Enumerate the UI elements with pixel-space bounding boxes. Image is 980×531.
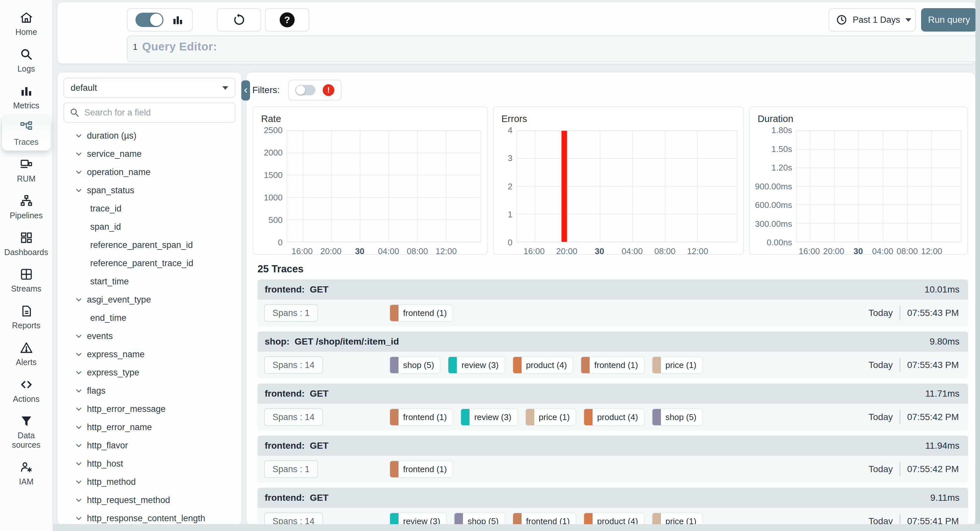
collapse-fields-button[interactable] <box>241 80 250 101</box>
trace-card[interactable]: frontend: GET 9.11ms Spans : 14 review (… <box>258 488 968 525</box>
service-chip[interactable]: product (4) <box>584 512 645 525</box>
chevron-down-icon[interactable] <box>75 150 83 158</box>
chevron-down-icon[interactable] <box>75 441 83 450</box>
service-chip[interactable]: frontend (1) <box>390 460 453 478</box>
horizontal-scrollbar-track[interactable] <box>53 524 980 531</box>
trace-card[interactable]: frontend: GET 10.01ms Spans : 1 frontend… <box>258 279 968 327</box>
service-color-swatch <box>390 408 399 426</box>
service-chip[interactable]: shop (5) <box>652 408 703 426</box>
field-row[interactable]: trace_id <box>64 200 235 218</box>
chevron-down-icon[interactable] <box>75 460 83 468</box>
chevron-down-icon[interactable] <box>75 186 83 195</box>
chevron-down-icon[interactable] <box>75 405 83 413</box>
histogram-toggle[interactable] <box>135 13 164 27</box>
service-color-swatch <box>455 512 463 525</box>
trace-card[interactable]: frontend: GET 11.71ms Spans : 14 fronten… <box>258 384 968 430</box>
chevron-down-icon[interactable] <box>75 132 83 140</box>
chevron-down-icon[interactable] <box>75 295 83 304</box>
sidebar-item-rum[interactable]: RUM <box>2 152 51 187</box>
service-chip[interactable]: shop (5) <box>454 512 505 525</box>
fields-panel: default duration (µs) service_name <box>57 72 242 525</box>
sidebar-item-streams[interactable]: Streams <box>2 263 51 297</box>
chevron-down-icon[interactable] <box>75 514 83 523</box>
service-chip[interactable]: review (3) <box>390 512 447 525</box>
sidebar-item-dashboards[interactable]: Dashboards <box>2 226 51 261</box>
filters-toggle[interactable] <box>295 85 315 95</box>
field-row[interactable]: http_error_name <box>64 418 235 436</box>
x-tick-label: 08:00 <box>407 246 428 257</box>
y-axis: 25002000150010005000 <box>258 130 286 243</box>
field-row[interactable]: span_status <box>64 181 235 200</box>
sidebar-item-alerts[interactable]: Alerts <box>2 336 51 371</box>
field-row[interactable]: flags <box>64 382 235 400</box>
chevron-down-icon[interactable] <box>75 168 83 176</box>
chevron-down-icon[interactable] <box>75 387 83 395</box>
field-search-input[interactable] <box>84 108 229 118</box>
sidebar-item-home[interactable]: Home <box>2 6 51 41</box>
run-query-button[interactable]: Run query <box>921 8 977 32</box>
chevron-down-icon[interactable] <box>75 368 83 377</box>
service-chip[interactable]: product (4) <box>584 408 645 426</box>
chevron-down-icon[interactable] <box>75 332 83 340</box>
stream-select[interactable]: default <box>64 78 235 98</box>
grid-line <box>287 152 480 153</box>
sidebar-item-iam[interactable]: IAM <box>2 455 51 490</box>
service-chip[interactable]: product (4) <box>512 356 574 374</box>
field-row[interactable]: express_type <box>64 363 235 382</box>
field-row[interactable]: asgi_event_type <box>64 290 235 309</box>
trace-duration: 11.94ms <box>925 441 959 451</box>
field-row[interactable]: operation_name <box>64 163 235 181</box>
field-row[interactable]: http_method <box>64 473 235 491</box>
service-chip[interactable]: frontend (1) <box>390 304 453 322</box>
service-chip[interactable]: review (3) <box>460 408 518 426</box>
chevron-down-icon[interactable] <box>75 478 83 486</box>
field-row[interactable]: reference_parent_span_id <box>64 236 235 254</box>
field-row[interactable]: http_request_method <box>64 491 235 509</box>
field-row[interactable]: end_time <box>64 309 235 327</box>
trace-card[interactable]: shop: GET /shop/item/:item_id 9.80ms Spa… <box>258 331 968 379</box>
query-editor[interactable]: 1 Query Editor: <box>127 35 980 62</box>
trace-card[interactable]: frontend: GET 11.94ms Spans : 1 frontend… <box>258 436 968 482</box>
service-chip[interactable]: shop (5) <box>390 356 441 374</box>
service-chip[interactable]: frontend (1) <box>512 512 576 525</box>
query-editor-line-number: 1 <box>133 42 137 52</box>
chevron-down-icon[interactable] <box>75 496 83 504</box>
field-row[interactable]: http_host <box>64 455 235 473</box>
field-row[interactable]: duration (µs) <box>64 127 235 145</box>
error-icon[interactable]: ! <box>323 84 334 96</box>
field-row[interactable]: http_error_message <box>64 400 235 418</box>
chevron-down-icon[interactable] <box>75 350 83 358</box>
service-chip[interactable]: review (3) <box>448 356 505 374</box>
field-row[interactable]: reference_parent_trace_id <box>64 254 235 272</box>
page-scrollbar[interactable] <box>975 0 980 531</box>
chevron-down-icon[interactable] <box>75 423 83 431</box>
field-label: http_flavor <box>87 441 128 451</box>
field-row[interactable]: service_name <box>64 145 235 163</box>
timestamp-divider <box>899 462 900 476</box>
service-chip[interactable]: frontend (1) <box>390 408 453 426</box>
service-chip[interactable]: price (1) <box>652 356 703 374</box>
field-row[interactable]: start_time <box>64 272 235 290</box>
refresh-button[interactable] <box>217 8 261 32</box>
service-chip[interactable]: frontend (1) <box>581 356 644 374</box>
traces-list: frontend: GET 10.01ms Spans : 1 frontend… <box>247 279 975 525</box>
field-row[interactable]: events <box>64 327 235 345</box>
field-row[interactable]: span_id <box>64 218 235 236</box>
grid-line <box>303 131 304 242</box>
field-row[interactable]: http_flavor <box>64 436 235 455</box>
sidebar-item-logs[interactable]: Logs <box>2 43 51 78</box>
sidebar-item-data-sources[interactable]: Data sources <box>2 409 51 453</box>
service-chip[interactable]: price (1) <box>525 408 576 426</box>
service-chip[interactable]: price (1) <box>652 512 703 525</box>
sidebar-item-reports[interactable]: Reports <box>2 300 51 334</box>
time-range-select[interactable]: Past 1 Days <box>829 8 916 32</box>
sidebar-item-actions[interactable]: Actions <box>2 373 51 408</box>
sidebar-item-traces[interactable]: Traces <box>2 116 51 151</box>
sidebar-item-metrics[interactable]: Metrics <box>2 79 51 114</box>
help-button[interactable]: ? <box>265 8 309 32</box>
service-color-swatch <box>448 356 457 374</box>
grid-line <box>810 131 810 242</box>
sidebar-item-pipelines[interactable]: Pipelines <box>2 189 51 224</box>
field-row[interactable]: http_response_content_length <box>64 509 235 525</box>
field-row[interactable]: express_name <box>64 345 235 363</box>
